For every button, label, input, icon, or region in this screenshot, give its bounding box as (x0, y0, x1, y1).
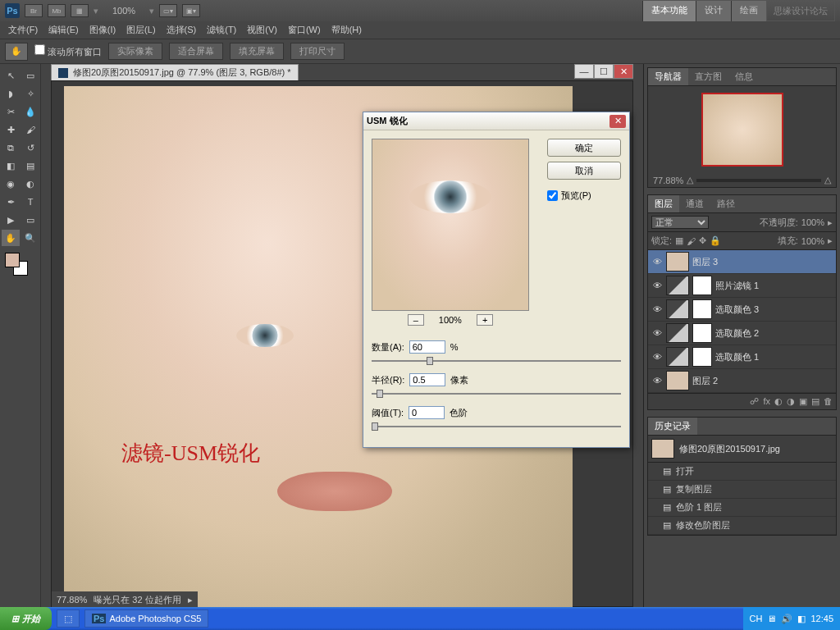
zoom-tool-icon[interactable]: 🔍 (21, 230, 39, 246)
lock-all-icon[interactable]: 🔒 (710, 235, 721, 246)
navigator-zoom-value[interactable]: 77.88% (653, 176, 683, 185)
layer-mask-thumbnail[interactable] (692, 347, 712, 367)
chevron-icon[interactable]: ▸ (828, 217, 833, 228)
foreground-color-swatch[interactable] (5, 253, 20, 267)
opacity-value[interactable]: 100% (801, 217, 824, 227)
pen-tool-icon[interactable]: ✒ (2, 194, 20, 210)
history-snapshot[interactable]: 修图20原图20150917.jpg (648, 436, 836, 463)
fit-screen-button[interactable]: 适合屏幕 (169, 43, 223, 60)
amount-input[interactable] (409, 340, 445, 354)
doc-minimize-button[interactable]: — (574, 64, 594, 79)
history-brush-tool-icon[interactable]: ↺ (21, 139, 39, 156)
start-button[interactable]: ⊞ 开始 (0, 607, 52, 630)
layer-row[interactable]: 👁选取颜色 1 (648, 345, 836, 369)
workspace-tab-design[interactable]: 设计 (696, 1, 731, 21)
marquee-tool-icon[interactable]: ▭ (21, 67, 39, 84)
navigator-zoom-slider[interactable] (696, 179, 821, 182)
shape-tool-icon[interactable]: ▭ (21, 212, 39, 228)
workspace-tab-essentials[interactable]: 基本功能 (642, 1, 696, 21)
eyedropper-tool-icon[interactable]: 💧 (21, 103, 39, 120)
zoom-in-icon[interactable]: △ (824, 175, 831, 185)
lasso-tool-icon[interactable]: ◗ (2, 85, 20, 102)
actual-pixels-button[interactable]: 实际像素 (108, 43, 162, 60)
lock-transparent-icon[interactable]: ▦ (675, 235, 683, 246)
doc-maximize-button[interactable]: ☐ (594, 64, 614, 79)
dodge-tool-icon[interactable]: ◐ (21, 176, 39, 192)
ime-indicator[interactable]: CH (750, 614, 763, 623)
tab-channels[interactable]: 通道 (679, 195, 710, 212)
history-step[interactable]: ▤色阶 1 图层 (648, 499, 836, 517)
menu-filter[interactable]: 滤镜(T) (202, 22, 241, 38)
layer-thumbnail[interactable] (666, 276, 689, 295)
layer-name[interactable]: 图层 2 (692, 375, 718, 387)
layer-name[interactable]: 选取颜色 3 (715, 304, 759, 316)
zoom-level-input[interactable] (103, 6, 144, 16)
eraser-tool-icon[interactable]: ◧ (2, 158, 20, 174)
tray-clock[interactable]: 12:45 (810, 614, 833, 623)
menu-window[interactable]: 窗口(W) (283, 22, 326, 38)
menu-help[interactable]: 帮助(H) (326, 22, 367, 38)
layer-row[interactable]: 👁图层 3 (648, 250, 836, 274)
screen-mode-button[interactable]: ▣▾ (182, 4, 200, 17)
layer-mask-thumbnail[interactable] (692, 323, 712, 343)
layer-row[interactable]: 👁照片滤镜 1 (648, 274, 836, 298)
layer-name[interactable]: 选取颜色 2 (715, 327, 759, 340)
ok-button[interactable]: 确定 (547, 139, 621, 157)
layer-visibility-icon[interactable]: 👁 (651, 375, 663, 386)
layer-row[interactable]: 👁选取颜色 3 (648, 298, 836, 322)
type-tool-icon[interactable]: T (21, 194, 39, 210)
tab-layers[interactable]: 图层 (648, 195, 679, 212)
brush-tool-icon[interactable]: 🖌 (21, 121, 39, 138)
layer-row[interactable]: 👁选取颜色 2 (648, 322, 836, 345)
layer-mask-thumbnail[interactable] (692, 276, 712, 295)
crop-tool-icon[interactable]: ✂ (2, 103, 20, 120)
layer-visibility-icon[interactable]: 👁 (651, 351, 663, 363)
delete-layer-icon[interactable]: 🗑 (824, 396, 833, 407)
layer-group-icon[interactable]: ▣ (799, 396, 807, 407)
quick-launch-icon[interactable]: ⬚ (57, 609, 80, 628)
layer-name[interactable]: 照片滤镜 1 (715, 280, 759, 292)
layer-visibility-icon[interactable]: 👁 (651, 304, 663, 315)
history-step[interactable]: ▤打开 (648, 463, 836, 481)
fill-value[interactable]: 100% (801, 236, 824, 246)
preview-zoom-in-button[interactable]: + (477, 314, 493, 326)
color-swatch[interactable] (2, 253, 39, 277)
minibridge-button[interactable]: Mb (48, 4, 66, 17)
layer-row[interactable]: 👁图层 2 (648, 369, 836, 393)
layer-thumbnail[interactable] (666, 252, 689, 272)
view-extras-button[interactable]: ▦ (71, 4, 89, 17)
magic-wand-tool-icon[interactable]: ✧ (21, 85, 39, 102)
hand-tool-icon[interactable]: ✋ (5, 43, 28, 61)
layer-thumbnail[interactable] (666, 347, 689, 367)
history-step[interactable]: ▤修改色阶图层 (648, 517, 836, 535)
scroll-all-windows-checkbox[interactable]: 滚动所有窗口 (34, 44, 102, 58)
fill-screen-button[interactable]: 填充屏幕 (230, 43, 284, 60)
menu-layer[interactable]: 图层(L) (121, 22, 160, 38)
adjustment-layer-icon[interactable]: ◑ (787, 396, 795, 407)
new-layer-icon[interactable]: ▤ (811, 396, 819, 407)
bridge-button[interactable]: Br (25, 4, 43, 17)
layer-thumbnail[interactable] (666, 299, 689, 319)
preview-zoom-out-button[interactable]: – (408, 314, 424, 326)
layer-visibility-icon[interactable]: 👁 (651, 256, 663, 267)
layer-mask-thumbnail[interactable] (692, 299, 712, 319)
zoom-out-icon[interactable]: △ (687, 175, 693, 185)
amount-slider[interactable] (372, 355, 621, 367)
menu-file[interactable]: 文件(F) (3, 22, 43, 38)
tab-navigator[interactable]: 导航器 (648, 68, 688, 85)
layer-thumbnail[interactable] (666, 323, 689, 343)
hand-tool-icon[interactable]: ✋ (2, 230, 20, 246)
menu-edit[interactable]: 编辑(E) (43, 22, 84, 38)
lock-position-icon[interactable]: ✥ (699, 235, 706, 246)
tab-paths[interactable]: 路径 (710, 195, 742, 212)
gradient-tool-icon[interactable]: ▤ (21, 158, 39, 174)
threshold-input[interactable] (409, 406, 445, 419)
cancel-button[interactable]: 取消 (547, 162, 621, 180)
workspace-tab-painting[interactable]: 绘画 (731, 1, 766, 21)
taskbar-app-photoshop[interactable]: PsAdobe Photoshop CS5 (84, 609, 208, 628)
tab-info[interactable]: 信息 (728, 68, 760, 85)
radius-input[interactable] (409, 373, 445, 386)
path-select-tool-icon[interactable]: ▶ (2, 212, 20, 228)
tray-icon[interactable]: 🔊 (781, 614, 792, 624)
navigator-thumbnail[interactable] (701, 93, 783, 167)
